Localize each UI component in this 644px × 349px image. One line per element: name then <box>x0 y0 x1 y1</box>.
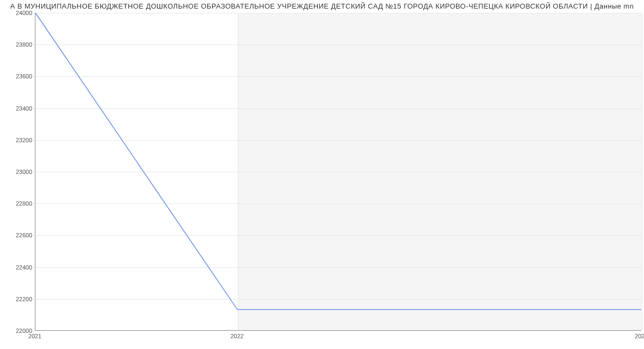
plot-area <box>35 13 641 331</box>
y-tick-label: 23000 <box>3 169 32 175</box>
y-tick-label: 24000 <box>3 10 32 16</box>
v-gridline <box>642 13 642 330</box>
data-line <box>35 13 641 310</box>
y-tick-label: 23200 <box>3 137 32 143</box>
line-series <box>35 13 641 330</box>
y-tick-label: 23800 <box>3 41 32 48</box>
y-tick-label: 22400 <box>3 264 32 271</box>
x-tick-label: 2022 <box>230 333 243 339</box>
y-tick-label: 22600 <box>3 232 32 238</box>
y-tick-label: 22200 <box>3 296 32 302</box>
y-tick-label: 22000 <box>3 328 32 334</box>
y-tick-label: 22800 <box>3 200 32 207</box>
chart-title: А В МУНИЦИПАЛЬНОЕ БЮДЖЕТНОЕ ДОШКОЛЬНОЕ О… <box>0 2 644 10</box>
y-tick-label: 23600 <box>3 73 32 79</box>
y-tick-label: 23400 <box>3 105 32 112</box>
x-tick-label: 2021 <box>28 333 41 339</box>
x-tick-label: 2024 <box>635 333 644 339</box>
chart-container: А В МУНИЦИПАЛЬНОЕ БЮДЖЕТНОЕ ДОШКОЛЬНОЕ О… <box>0 0 644 349</box>
